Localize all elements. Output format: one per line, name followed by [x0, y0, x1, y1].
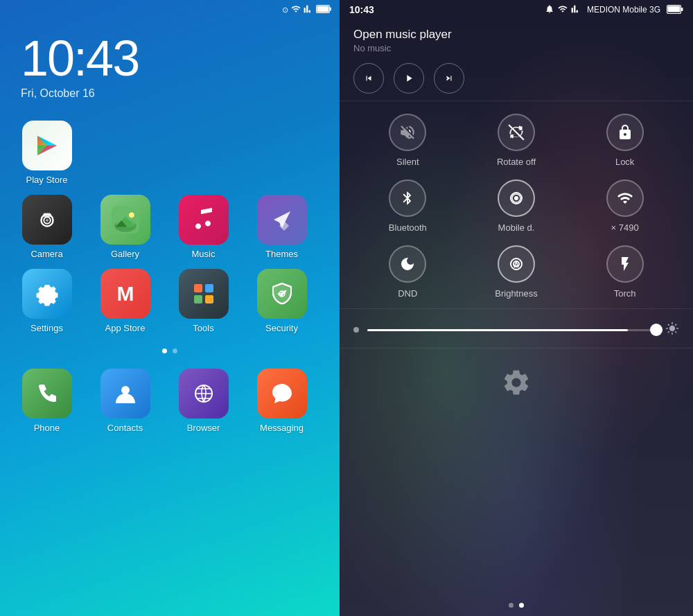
wifi-7490-label: × 7490: [611, 222, 639, 233]
brightness-slider-fill: [367, 329, 628, 331]
brightness-min-indicator: [353, 327, 359, 333]
svg-text:M: M: [116, 282, 134, 305]
sim-icon: ⊙: [282, 6, 288, 15]
app-row-2: Camera: [14, 195, 326, 259]
camera-label: Camera: [30, 249, 62, 259]
app-item-phone[interactable]: Phone: [14, 369, 80, 433]
signal-icon: [304, 4, 313, 15]
music-app-icon: [179, 195, 229, 245]
music-play-button[interactable]: [394, 63, 424, 94]
toggle-dnd[interactable]: DND: [373, 245, 442, 299]
music-prev-button[interactable]: [353, 63, 384, 94]
status-icons-right: MEDION Mobile 3G: [545, 4, 683, 15]
app-item-contacts[interactable]: Contacts: [92, 369, 158, 433]
settings-section: [340, 349, 693, 416]
toggle-bluetooth[interactable]: Bluetooth: [373, 179, 442, 233]
toggle-row-3: DND A Brightness Torch: [353, 245, 679, 299]
page-dot-1: [162, 349, 167, 353]
app-item-music[interactable]: Music: [170, 195, 236, 259]
toggle-rotate-off[interactable]: Rotate off: [482, 114, 551, 167]
app-grid: Play Store Camera: [0, 107, 340, 616]
music-next-button[interactable]: [434, 63, 464, 94]
messaging-label: Messaging: [260, 423, 304, 433]
settings-label: Settings: [30, 323, 63, 333]
toggle-wifi-7490[interactable]: × 7490: [590, 179, 660, 233]
bluetooth-icon: [389, 179, 426, 217]
brightness-slider-thumb[interactable]: [650, 324, 663, 336]
wifi-icon-right: [558, 4, 568, 15]
app-item-tools[interactable]: Tools: [170, 269, 236, 333]
mobile-data-icon: [498, 179, 535, 217]
wifi-7490-icon: [606, 179, 644, 217]
app-row-3: Settings M App Store: [14, 269, 326, 333]
toggle-mobile-data[interactable]: Mobile d.: [482, 179, 551, 233]
toggles-section: Silent Rotate off Lock: [340, 101, 693, 309]
svg-rect-22: [205, 295, 213, 303]
toggle-torch[interactable]: Torch: [590, 245, 660, 299]
app-row-1: Play Store: [14, 121, 326, 185]
status-bar-right: 10:43 MEDION Mobile 3G: [340, 0, 693, 19]
brightness-max-icon: [665, 322, 679, 338]
themes-app-icon: [257, 195, 307, 245]
lock-icon: [606, 114, 644, 151]
dnd-icon: [389, 245, 426, 283]
wifi-icon: [291, 4, 301, 15]
app-item-play-store[interactable]: Play Store: [14, 121, 80, 185]
status-time-right: 10:43: [349, 4, 374, 15]
toggle-brightness[interactable]: A Brightness: [482, 245, 551, 299]
app-item-gallery[interactable]: Gallery: [92, 195, 158, 259]
app-item-settings[interactable]: Settings: [14, 269, 80, 333]
settings-gear-icon[interactable]: [499, 365, 534, 400]
svg-point-10: [46, 219, 49, 222]
clock-time: 10:43: [21, 33, 319, 83]
security-app-icon: +: [257, 269, 307, 319]
toggle-lock[interactable]: Lock: [590, 114, 660, 167]
svg-rect-19: [194, 284, 202, 292]
silent-icon: [389, 114, 426, 151]
app-item-messaging[interactable]: Messaging: [249, 369, 315, 433]
torch-icon: [606, 245, 644, 283]
app-row-4: Phone Contacts: [14, 369, 326, 433]
music-controls: [353, 63, 679, 94]
browser-app-icon: [179, 369, 229, 419]
tools-label: Tools: [193, 323, 213, 333]
music-label: Music: [192, 249, 216, 259]
svg-rect-28: [681, 8, 683, 11]
svg-rect-2: [317, 6, 329, 12]
app-item-app-store[interactable]: M App Store: [92, 269, 158, 333]
svg-text:A: A: [514, 261, 519, 269]
signal-icon-right: [571, 4, 581, 15]
right-dot-2: [519, 603, 524, 608]
brightness-slider[interactable]: [367, 329, 657, 331]
right-dot-1: [509, 603, 514, 608]
alarm-icon: [545, 4, 554, 15]
toggle-row-2: Bluetooth Mobile d. × 7490: [353, 179, 679, 233]
status-icons-left: ⊙: [282, 4, 331, 15]
page-dots: [14, 343, 326, 359]
svg-rect-9: [43, 213, 51, 218]
play-store-label: Play Store: [26, 175, 68, 185]
right-panel: 10:43 MEDION Mobile 3G Open music player: [340, 0, 693, 616]
bottom-dots-right: [340, 595, 693, 616]
app-item-themes[interactable]: Themes: [249, 195, 315, 259]
phone-label: Phone: [34, 423, 60, 433]
brightness-toggle-icon: A: [498, 245, 535, 283]
themes-label: Themes: [265, 249, 298, 259]
battery-icon-right: [667, 5, 683, 15]
brightness-section: [340, 309, 693, 349]
battery-icon: [316, 5, 331, 15]
brightness-slider-container: [353, 322, 679, 338]
gallery-app-icon: [100, 195, 150, 245]
app-item-camera[interactable]: Camera: [14, 195, 80, 259]
app-item-browser[interactable]: Browser: [170, 369, 236, 433]
contacts-app-icon: [100, 369, 150, 419]
bluetooth-label: Bluetooth: [389, 222, 427, 233]
app-item-security[interactable]: + Security: [249, 269, 315, 333]
svg-rect-21: [194, 295, 202, 303]
toggle-silent[interactable]: Silent: [373, 114, 442, 167]
left-panel: ⊙ 10:43 Fri, October 16: [0, 0, 340, 616]
mobile-data-label: Mobile d.: [498, 222, 535, 233]
rotate-off-label: Rotate off: [497, 157, 536, 167]
carrier-name: MEDION Mobile 3G: [587, 5, 660, 15]
svg-text:+: +: [279, 288, 285, 299]
